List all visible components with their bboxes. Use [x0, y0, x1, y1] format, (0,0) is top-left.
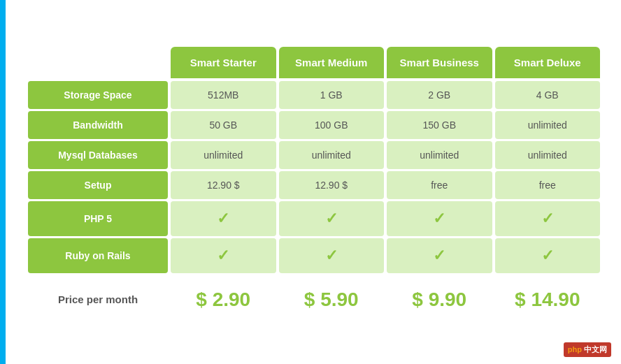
row-value-storage-1: 1 GB	[279, 81, 385, 109]
row-value-mysql-0: unlimited	[171, 141, 276, 169]
checkmark-icon: ✓	[433, 247, 445, 265]
row-value-bandwidth-2: 150 GB	[387, 111, 492, 139]
table-row: Setup 12.90 $ 12.90 $ free free	[28, 171, 600, 199]
row-value-ruby-2: ✓	[387, 238, 492, 273]
table-row: PHP 5 ✓ ✓ ✓ ✓	[28, 201, 600, 236]
row-value-storage-0: 512MB	[171, 81, 276, 109]
row-value-bandwidth-0: 50 GB	[171, 111, 276, 139]
row-label-php5: PHP 5	[28, 201, 168, 236]
price-per-month-label: Price per month	[28, 286, 168, 312]
row-value-bandwidth-3: unlimited	[495, 111, 601, 139]
row-label-ruby: Ruby on Rails	[28, 238, 168, 273]
checkmark-icon: ✓	[325, 247, 338, 265]
header-row: Smart Starter Smart Medium Smart Busines…	[28, 47, 600, 78]
left-accent-bar	[0, 0, 6, 364]
checkmark-icon: ✓	[325, 210, 338, 228]
php-badge: php 中文网	[564, 342, 611, 357]
checkmark-icon: ✓	[217, 247, 229, 265]
row-label-storage: Storage Space	[28, 81, 168, 109]
header-smart-starter: Smart Starter	[171, 47, 276, 78]
row-value-setup-3: free	[495, 171, 601, 199]
checkmark-icon: ✓	[541, 247, 554, 265]
header-smart-business: Smart Business	[387, 47, 492, 78]
row-value-php5-0: ✓	[171, 201, 276, 236]
row-label-mysql: Mysql Databases	[28, 141, 168, 169]
row-value-setup-0: 12.90 $	[171, 171, 276, 199]
price-row: Price per month $ 2.90 $ 5.90 $ 9.90 $ 1…	[28, 282, 600, 318]
table-row: Ruby on Rails ✓ ✓ ✓ ✓	[28, 238, 600, 273]
row-value-mysql-3: unlimited	[495, 141, 601, 169]
header-empty-cell	[28, 47, 168, 78]
php-badge-text: php	[568, 345, 582, 354]
table-row: Storage Space 512MB 1 GB 2 GB 4 GB	[28, 81, 600, 109]
table-row: Mysql Databases unlimited unlimited unli…	[28, 141, 600, 169]
row-value-ruby-0: ✓	[171, 238, 276, 273]
price-deluxe: $ 14.90	[495, 282, 601, 318]
row-value-bandwidth-1: 100 GB	[279, 111, 385, 139]
price-business: $ 9.90	[387, 282, 492, 318]
price-starter: $ 2.90	[171, 282, 276, 318]
row-value-mysql-1: unlimited	[279, 141, 385, 169]
checkmark-icon: ✓	[433, 210, 445, 228]
header-smart-deluxe: Smart Deluxe	[495, 47, 601, 78]
row-value-php5-2: ✓	[387, 201, 492, 236]
row-value-mysql-2: unlimited	[387, 141, 492, 169]
row-label-bandwidth: Bandwidth	[28, 111, 168, 139]
row-value-php5-3: ✓	[495, 201, 601, 236]
checkmark-icon: ✓	[541, 210, 554, 228]
price-medium: $ 5.90	[279, 282, 385, 318]
row-value-ruby-1: ✓	[279, 238, 385, 273]
pricing-table: Smart Starter Smart Medium Smart Busines…	[28, 47, 600, 318]
row-label-setup: Setup	[28, 171, 168, 199]
row-value-storage-3: 4 GB	[495, 81, 601, 109]
header-smart-medium: Smart Medium	[279, 47, 385, 78]
row-value-php5-1: ✓	[279, 201, 385, 236]
checkmark-icon: ✓	[217, 210, 229, 228]
row-value-ruby-3: ✓	[495, 238, 601, 273]
row-value-setup-1: 12.90 $	[279, 171, 385, 199]
page-wrapper: Smart Starter Smart Medium Smart Busines…	[0, 0, 621, 364]
row-value-setup-2: free	[387, 171, 492, 199]
data-rows: Storage Space 512MB 1 GB 2 GB 4 GB Bandw…	[28, 81, 600, 273]
table-row: Bandwidth 50 GB 100 GB 150 GB unlimited	[28, 111, 600, 139]
row-value-storage-2: 2 GB	[387, 81, 492, 109]
